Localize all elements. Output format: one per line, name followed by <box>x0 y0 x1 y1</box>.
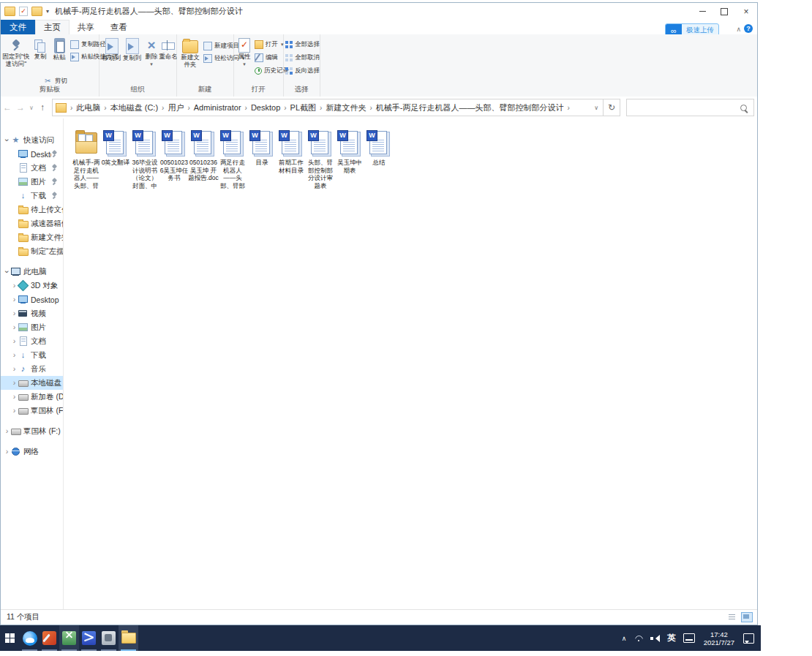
details-view-icon[interactable] <box>726 612 738 622</box>
breadcrumb-segment[interactable]: 新建文件夹 <box>323 102 368 113</box>
properties-button[interactable]: ✓ 属性 ▾ <box>236 38 253 68</box>
restore-button[interactable] <box>713 3 735 20</box>
chevron-collapsed-icon[interactable]: › <box>10 295 18 304</box>
file-pane[interactable]: 机械手-两足行走机器人——头部、臂部...W0英文翻译W36毕业设计说明书（论文… <box>64 118 757 610</box>
chevron-collapsed-icon[interactable]: › <box>10 379 18 387</box>
sidebar-item[interactable]: Desktop <box>1 147 63 161</box>
select-none-button[interactable]: 全部取消 <box>285 53 320 62</box>
hidden-icons-button[interactable]: ∧ <box>618 635 631 642</box>
chevron-expanded-icon[interactable]: › <box>3 136 11 144</box>
file-tile-word-doc[interactable]: W05010236吴玉坤 开题报告.doc <box>189 130 218 182</box>
qat-customize-dropdown-icon[interactable]: ▾ <box>46 8 49 15</box>
sidebar-item[interactable]: ›Desktop <box>1 293 63 306</box>
pin-to-quick-access-button[interactable]: 固定到"快速访问" <box>2 38 30 67</box>
chevron-collapsed-icon[interactable]: › <box>10 309 18 317</box>
address-box[interactable]: ›此电脑›本地磁盘 (C:)›用户›Administrator›Desktop›… <box>52 99 604 116</box>
tab-view[interactable]: 查看 <box>102 20 135 34</box>
search-input[interactable] <box>627 103 740 112</box>
breadcrumb-segment[interactable]: Administrator <box>192 103 244 112</box>
back-button[interactable]: ← <box>1 102 14 113</box>
delete-button[interactable]: × 删除 ▾ <box>143 38 160 68</box>
file-tile-folder[interactable]: 机械手-两足行走机器人——头部、臂部... <box>72 130 101 190</box>
chevron-collapsed-icon[interactable]: › <box>10 351 18 359</box>
file-tile-word-doc[interactable]: W头部、臂部控制部分设计审题表 <box>306 130 335 189</box>
chevron-collapsed-icon[interactable]: › <box>10 393 18 401</box>
recent-locations-dropdown-icon[interactable]: ∨ <box>27 105 36 111</box>
network-icon[interactable] <box>634 635 643 642</box>
minimize-button[interactable] <box>691 3 713 20</box>
help-icon[interactable]: ? <box>744 24 753 33</box>
search-box[interactable] <box>626 99 754 116</box>
breadcrumb-segment[interactable]: 机械手-两足行走机器人——头部、臂部控制部分设计 <box>374 102 566 113</box>
qat-properties-icon[interactable]: ✓ <box>19 7 28 16</box>
file-tile-word-doc[interactable]: W总结 <box>364 130 394 167</box>
sidebar-item[interactable]: 文档 <box>1 161 63 175</box>
sidebar-item[interactable]: 制定“左摆动杠杆”的 <box>1 244 63 258</box>
sidebar-item[interactable]: ›新加卷 (D:) <box>1 390 63 404</box>
copy-to-button[interactable]: 复制到 <box>122 38 142 61</box>
invert-selection-button[interactable]: 反向选择 <box>285 67 320 75</box>
sidebar-item[interactable]: 待上传文件 <box>1 203 63 216</box>
taskbar-app-sheet[interactable] <box>59 625 79 651</box>
file-tile-word-doc[interactable]: W005010236吴玉坤任务书 <box>159 130 189 182</box>
copy-button[interactable]: 复制 <box>31 38 49 60</box>
move-to-button[interactable]: 移动到 <box>102 38 121 61</box>
chevron-collapsed-icon[interactable]: › <box>10 323 18 331</box>
sidebar-item[interactable]: ↓下载 <box>1 189 63 203</box>
sidebar-item[interactable]: ›文档 <box>1 334 63 348</box>
action-center-icon[interactable] <box>743 633 754 644</box>
tab-file[interactable]: 文件 <box>1 20 35 34</box>
breadcrumb-segment[interactable]: 用户 <box>165 102 186 113</box>
sidebar-item[interactable]: ›3D 对象 <box>1 279 63 293</box>
paste-button[interactable]: 粘贴 <box>50 38 69 61</box>
clock[interactable]: 17:42 2021/7/27 <box>704 630 734 646</box>
file-tile-word-doc[interactable]: W0英文翻译 <box>101 130 130 167</box>
chevron-collapsed-icon[interactable]: › <box>3 427 11 435</box>
sidebar-item[interactable]: ›图片 <box>1 320 63 334</box>
address-dropdown-icon[interactable]: ∨ <box>590 105 603 111</box>
taskbar-app-editor[interactable] <box>79 625 99 651</box>
chevron-collapsed-icon[interactable]: › <box>3 448 11 456</box>
refresh-button[interactable]: ↻ <box>604 99 620 116</box>
new-folder-button[interactable]: 新建文件夹 <box>178 38 202 68</box>
select-all-button[interactable]: 全部选择 <box>285 40 320 49</box>
tab-home[interactable]: 主页 <box>35 20 69 34</box>
volume-icon[interactable] <box>650 635 660 642</box>
taskbar-app-tool[interactable] <box>40 625 59 651</box>
breadcrumb-segment[interactable]: 此电脑 <box>74 102 102 113</box>
up-button[interactable]: ↑ <box>36 102 49 113</box>
chevron-collapsed-icon[interactable]: › <box>10 407 18 415</box>
file-tile-word-doc[interactable]: W吴玉坤中期表 <box>335 130 364 174</box>
ime-indicator[interactable]: 英 <box>667 633 676 644</box>
sidebar-section-3[interactable]: ›网络 <box>1 445 63 459</box>
touch-keyboard-icon[interactable] <box>683 633 695 643</box>
sidebar-item[interactable]: ›↓下载 <box>1 348 63 362</box>
sidebar-item[interactable]: 减速器箱体零件的工 <box>1 216 63 230</box>
edit-button[interactable]: 编辑 <box>255 53 278 62</box>
open-button[interactable]: 打开 ▾ <box>255 40 284 49</box>
close-button[interactable]: × <box>735 3 757 20</box>
sidebar-item[interactable]: 新建文件夹 <box>1 230 63 244</box>
rename-button[interactable]: 重命名 <box>159 38 178 60</box>
breadcrumb-segment[interactable]: Desktop <box>249 103 282 112</box>
sidebar-section-2[interactable]: ›覃国林 (F:) <box>1 424 63 438</box>
qat-new-folder-icon[interactable] <box>31 7 42 16</box>
sidebar-item[interactable]: ›视频 <box>1 306 63 320</box>
file-tile-word-doc[interactable]: W前期工作材料目录 <box>277 130 306 174</box>
file-tile-word-doc[interactable]: W目录 <box>247 130 277 167</box>
sidebar-section-1[interactable]: ›此电脑 <box>1 265 63 279</box>
file-tile-word-doc[interactable]: W36毕业设计说明书（论文）封面、中外... <box>130 130 159 190</box>
chevron-expanded-icon[interactable]: › <box>3 268 11 276</box>
taskbar-app-explorer[interactable] <box>119 625 138 651</box>
sidebar-item[interactable]: ›覃国林 (F:) <box>1 404 63 418</box>
forward-button[interactable]: → <box>14 102 27 113</box>
breadcrumb-segment[interactable]: PL截图 <box>288 102 318 113</box>
large-icons-view-icon[interactable] <box>741 612 753 622</box>
file-tile-word-doc[interactable]: W两足行走机器人——头部、臂部控制部分... <box>218 130 247 190</box>
tab-share[interactable]: 共享 <box>69 20 102 34</box>
sidebar-item[interactable]: ›♪音乐 <box>1 362 63 376</box>
start-button[interactable] <box>0 625 20 651</box>
breadcrumb-segment[interactable]: 本地磁盘 (C:) <box>108 102 160 113</box>
taskbar-app-utility[interactable] <box>99 625 119 651</box>
sidebar-item[interactable]: 图片 <box>1 175 63 189</box>
